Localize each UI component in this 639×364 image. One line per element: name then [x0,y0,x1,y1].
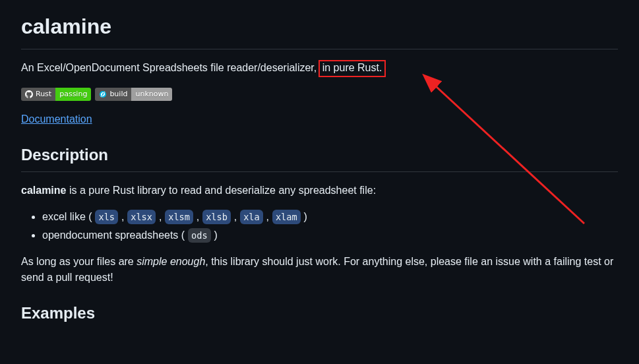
highlighted-rust-text: in pure Rust. [319,60,386,77]
fmt-code: xlam [272,210,301,224]
desc-rest: is a pure Rust library to read and deser… [66,185,376,196]
badge-left: build [109,88,127,101]
note-before: As long as your files are [21,256,137,267]
excel-prefix: excel like ( [42,211,95,222]
excel-suffix: ) [301,211,307,222]
fmt-code: xlsx [127,210,156,224]
appveyor-icon [99,90,107,98]
section-examples-heading: Examples [21,301,618,330]
description-paragraph: calamine is a pure Rust library to read … [21,183,618,198]
note-em: simple enough [137,256,205,267]
badge-left: Rust [36,88,51,101]
od-suffix: ) [211,229,218,241]
badge-right: unknown [131,88,172,101]
footer-faint-text [0,353,639,364]
formats-list: excel like ( xls , xlsx , xlsm , xlsb , … [21,209,618,243]
od-prefix: opendocument spreadsheets ( [42,229,188,241]
fmt-code: xlsb [202,210,231,224]
list-item-opendoc: opendocument spreadsheets ( ods ) [42,228,618,243]
summary-text: An Excel/OpenDocument Spreadsheets file … [21,62,320,73]
badge-rust-passing[interactable]: Rust passing [21,88,91,101]
list-item-excel: excel like ( xls , xlsx , xlsm , xlsb , … [42,209,618,225]
fmt-code: ods [188,228,211,242]
documentation-link[interactable]: Documentation [21,113,92,125]
fmt-code: xlsm [165,210,194,224]
badge-build-unknown[interactable]: build unknown [95,88,172,101]
github-icon [25,90,33,98]
fmt-code: xls [95,210,118,224]
note-paragraph: As long as your files are simple enough,… [21,254,618,286]
page-title: calamine [21,11,618,49]
svg-point-0 [100,90,106,97]
fmt-code: xla [240,210,263,224]
section-description-heading: Description [21,143,618,172]
badges-row: Rust passing build unknown [21,88,618,101]
badge-right: passing [55,88,91,101]
summary-line: An Excel/OpenDocument Spreadsheets file … [21,60,618,77]
libname-strong: calamine [21,185,66,196]
